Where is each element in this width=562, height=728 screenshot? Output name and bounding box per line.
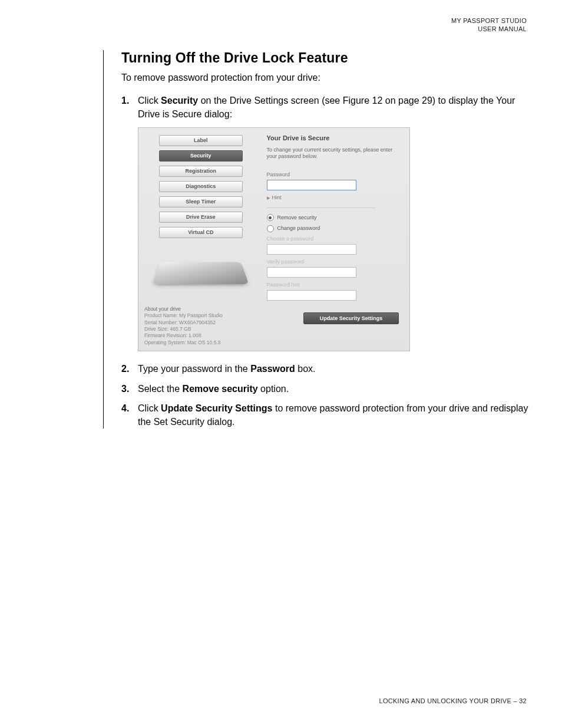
nav-driveerase-button[interactable]: Drive Erase: [159, 212, 243, 223]
steps-list: Click Security on the Drive Settings scr…: [121, 94, 539, 429]
radio-unselected-icon: [267, 225, 274, 232]
step-3-bold: Remove security: [183, 384, 258, 394]
choose-password-label: Choose a password: [267, 235, 401, 243]
nav-label-button[interactable]: Label: [159, 135, 243, 146]
dialog-screenshot: Label Security Registration Diagnostics …: [138, 127, 410, 352]
step-2-text-a: Type your password in the: [138, 364, 250, 374]
remove-security-option[interactable]: Remove security: [267, 214, 401, 222]
step-1-bold: Security: [161, 95, 198, 106]
password-hint-label: Password hint: [267, 281, 401, 289]
content-column: Turning Off the Drive Lock Feature To re…: [103, 50, 539, 429]
choose-password-input[interactable]: [267, 244, 356, 255]
nav-registration-button[interactable]: Registration: [159, 166, 243, 177]
step-3: Select the Remove security option.: [121, 382, 539, 396]
nav-virtualcd-button[interactable]: Virtual CD: [159, 227, 243, 238]
hint-toggle[interactable]: Hint: [267, 194, 401, 202]
change-password-label: Change password: [277, 225, 320, 232]
about-line-4: Operating System: Mac OS 10.5.8: [144, 340, 257, 346]
step-1-text-a: Click: [138, 95, 161, 106]
section-title: Turning Off the Drive Lock Feature: [121, 50, 539, 66]
drive-illustration: [152, 253, 249, 300]
about-drive: About your drive Product Name: My Passpo…: [144, 306, 257, 347]
about-line-0: Product Name: My Passport Studio: [144, 312, 257, 319]
step-2-text-c: box.: [295, 364, 316, 374]
update-security-button[interactable]: Update Security Settings: [303, 312, 399, 324]
step-1: Click Security on the Drive Settings scr…: [121, 94, 539, 351]
step-4: Click Update Security Settings to remove…: [121, 401, 539, 429]
verify-password-input[interactable]: [267, 267, 356, 278]
about-title: About your drive: [144, 306, 257, 312]
about-line-1: Serial Number: WX60A7904352: [144, 319, 257, 326]
verify-password-label: Verify password: [267, 258, 401, 266]
step-4-bold: Update Security Settings: [161, 403, 272, 413]
header-line1: MY PASSPORT STUDIO: [451, 17, 527, 25]
password-input[interactable]: [267, 180, 356, 190]
dialog-right-panel: Your Drive is Secure To change your curr…: [263, 128, 409, 351]
intro-text: To remove password protection from your …: [121, 71, 539, 84]
password-hint-input[interactable]: [267, 290, 356, 301]
password-label: Password: [267, 171, 401, 179]
change-password-option[interactable]: Change password: [267, 225, 401, 232]
nav-sleeptimer-button[interactable]: Sleep Timer: [159, 196, 243, 207]
about-line-2: Drive Size: 465.7 GB: [144, 326, 257, 332]
step-3-text-a: Select the: [138, 384, 183, 394]
header-line2: USER MANUAL: [451, 25, 527, 33]
radio-selected-icon: [267, 214, 274, 221]
step-3-text-c: option.: [258, 384, 289, 394]
footer: LOCKING AND UNLOCKING YOUR DRIVE – 32: [379, 697, 527, 704]
hint-label: Hint: [272, 195, 282, 200]
step-2-bold: Password: [250, 364, 295, 374]
dialog-title: Your Drive is Secure: [267, 134, 401, 143]
remove-security-label: Remove security: [277, 214, 317, 222]
step-2: Type your password in the Password box.: [121, 362, 539, 375]
nav-diagnostics-button[interactable]: Diagnostics: [159, 181, 243, 192]
step-4-text-a: Click: [138, 403, 161, 413]
separator: [267, 207, 376, 208]
about-line-3: Firmware Revision: 1.008: [144, 332, 257, 339]
page: MY PASSPORT STUDIO USER MANUAL Turning O…: [0, 0, 562, 728]
dialog-subtitle: To change your current security settings…: [267, 147, 401, 160]
drive-illustration-body: [153, 262, 249, 284]
header: MY PASSPORT STUDIO USER MANUAL: [451, 17, 527, 34]
dialog-left-panel: Label Security Registration Diagnostics …: [138, 128, 263, 351]
nav-security-button[interactable]: Security: [159, 150, 243, 162]
